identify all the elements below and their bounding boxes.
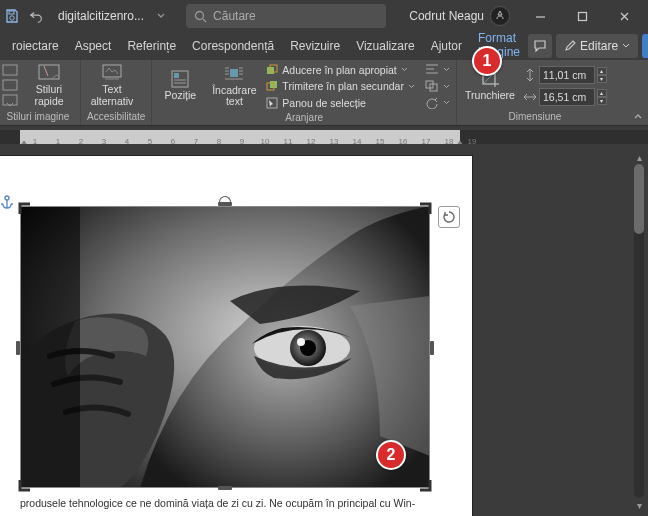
svg-text:17: 17	[422, 137, 431, 144]
search-placeholder: Căutare	[213, 9, 256, 23]
tab-references[interactable]: Referințe	[119, 35, 184, 57]
crop-frame[interactable]	[20, 206, 430, 488]
svg-rect-0	[9, 11, 14, 14]
svg-text:15: 15	[376, 137, 385, 144]
svg-rect-11	[230, 69, 238, 77]
titlebar: digitalcitizenro... Căutare Codrut Neagu	[0, 0, 648, 32]
document-canvas[interactable]: produsele tehnologice ce ne domină viața…	[0, 148, 648, 516]
undo-dropdown-icon[interactable]	[28, 8, 44, 24]
horizontal-ruler[interactable]: 1123 4567 891011 12131415 16171819	[0, 126, 648, 148]
wrap-text-icon	[224, 65, 244, 83]
scroll-thumb[interactable]	[634, 164, 644, 234]
tab-design[interactable]: roiectare	[4, 35, 67, 57]
selection-pane-icon	[266, 97, 278, 109]
style-gallery-up-icon[interactable]	[2, 64, 18, 78]
annotation-2: 2	[376, 440, 406, 470]
tab-help[interactable]: Ajutor	[423, 35, 470, 57]
svg-rect-4	[3, 65, 17, 75]
width-field[interactable]: 16,51 cm ▴▾	[523, 88, 607, 106]
ribbon-tabs: roiectare Aspect Referințe Corespondență…	[0, 32, 648, 60]
alt-text-icon	[102, 64, 122, 82]
svg-text:2: 2	[79, 137, 84, 144]
crop-handle-tr[interactable]	[418, 202, 434, 218]
svg-text:7: 7	[194, 137, 199, 144]
document-name[interactable]: digitalcitizenro...	[58, 9, 144, 23]
svg-point-39	[5, 196, 9, 200]
height-spinner[interactable]: ▴▾	[597, 67, 607, 83]
svg-point-2	[196, 11, 204, 19]
share-button[interactable]	[642, 34, 648, 58]
chevron-down-icon[interactable]	[156, 11, 166, 21]
send-backward-button[interactable]: Trimitere în plan secundar	[266, 79, 415, 95]
group-button[interactable]	[425, 79, 450, 95]
svg-text:1: 1	[56, 137, 61, 144]
anchor-icon	[0, 194, 16, 212]
tab-review[interactable]: Revizuire	[282, 35, 348, 57]
crop-handle-bl[interactable]	[16, 476, 32, 492]
svg-text:10: 10	[261, 137, 270, 144]
layout-options-button[interactable]	[438, 206, 460, 228]
chevron-down-icon	[408, 83, 415, 90]
width-icon	[523, 90, 537, 104]
svg-text:9: 9	[240, 137, 245, 144]
wrap-text-button[interactable]: Încadrare text	[208, 62, 260, 110]
scroll-up-icon[interactable]: ▴	[632, 150, 646, 164]
svg-text:1: 1	[33, 137, 38, 144]
alt-text-button[interactable]: Text alternativ	[87, 62, 137, 110]
position-button[interactable]: Poziție	[158, 62, 202, 110]
comments-button[interactable]	[528, 34, 552, 58]
crop-handle-top[interactable]	[218, 202, 232, 206]
svg-rect-6	[3, 95, 17, 105]
svg-text:8: 8	[217, 137, 222, 144]
chevron-down-icon	[443, 83, 450, 90]
tab-view[interactable]: Vizualizare	[348, 35, 422, 57]
collapse-ribbon-icon[interactable]	[632, 111, 644, 123]
rotate-button[interactable]	[425, 95, 450, 111]
crop-handle-br[interactable]	[418, 476, 434, 492]
bring-forward-button[interactable]: Aducere în plan apropiat	[266, 62, 415, 78]
chevron-down-icon	[443, 66, 450, 73]
crop-handle-bottom[interactable]	[218, 486, 232, 490]
tab-layout[interactable]: Aspect	[67, 35, 120, 57]
crop-handle-tl[interactable]	[16, 202, 32, 218]
svg-text:18: 18	[445, 137, 454, 144]
svg-rect-5	[3, 80, 17, 90]
svg-text:14: 14	[353, 137, 362, 144]
vertical-scrollbar[interactable]: ▴ ▾	[632, 150, 646, 512]
body-paragraph: produsele tehnologice ce ne domină viața…	[20, 496, 430, 510]
search-icon	[194, 10, 207, 23]
svg-point-1	[10, 16, 14, 20]
editing-button[interactable]: Editare	[556, 34, 638, 58]
user-name[interactable]: Codrut Neagu	[409, 9, 484, 23]
quick-styles-button[interactable]: Stiluri rapide	[24, 62, 74, 110]
svg-text:19: 19	[468, 137, 477, 144]
tab-mailings[interactable]: Corespondență	[184, 35, 282, 57]
crop-handle-left[interactable]	[16, 341, 20, 355]
align-button[interactable]	[425, 62, 450, 78]
group-icon	[425, 80, 439, 92]
scroll-down-icon[interactable]: ▾	[632, 498, 646, 512]
chevron-down-icon	[443, 99, 450, 106]
search-input[interactable]: Căutare	[186, 4, 386, 28]
height-field[interactable]: 11,01 cm ▴▾	[523, 66, 607, 84]
close-button[interactable]	[604, 0, 644, 32]
group-arrange: Poziție Încadrare text Aducere în plan a…	[152, 60, 457, 125]
selection-pane-button[interactable]: Panou de selecție	[266, 95, 415, 111]
avatar[interactable]	[490, 6, 510, 26]
maximize-button[interactable]	[562, 0, 602, 32]
style-gallery-down-icon[interactable]	[2, 79, 18, 93]
svg-text:13: 13	[330, 137, 339, 144]
rotate-icon	[425, 97, 439, 109]
svg-rect-3	[578, 12, 586, 20]
svg-rect-7	[39, 65, 59, 79]
svg-text:16: 16	[399, 137, 408, 144]
crop-handle-right[interactable]	[430, 341, 434, 355]
autosave-icon[interactable]	[4, 8, 20, 24]
height-icon	[523, 68, 537, 82]
group-picture-styles: Stiluri rapide Stiluri imagine	[0, 60, 81, 125]
ruler-ticks: 1123 4567 891011 12131415 16171819	[0, 130, 648, 144]
style-gallery-more-icon[interactable]	[2, 94, 18, 108]
svg-rect-8	[103, 65, 121, 77]
width-spinner[interactable]: ▴▾	[597, 89, 607, 105]
svg-text:11: 11	[284, 137, 293, 144]
